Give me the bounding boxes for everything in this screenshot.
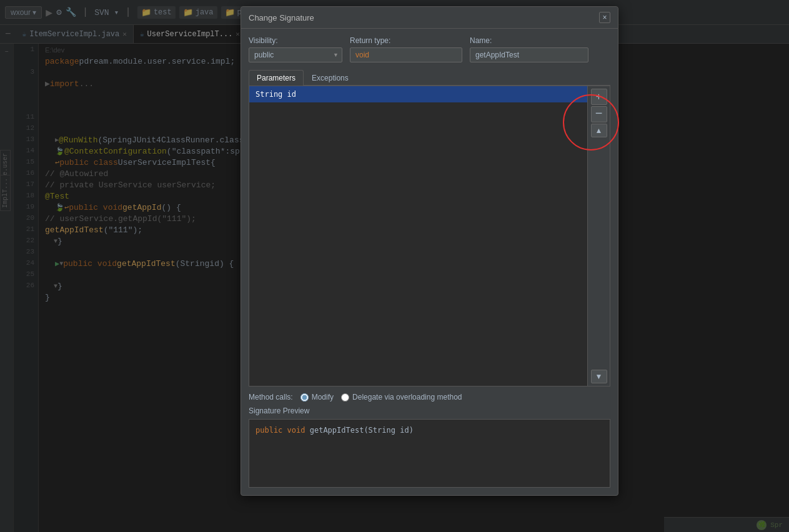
tab-parameters[interactable]: Parameters <box>249 70 304 86</box>
params-area: String id + − ▲ ▼ <box>249 86 610 387</box>
visibility-select[interactable]: public protected private <box>249 47 342 62</box>
dialog-titlebar: Change Signature × <box>241 7 618 29</box>
dialog-body: Visibility: public protected private Ret… <box>241 29 618 495</box>
signature-preview-box: public void getAppIdTest(String id) <box>249 419 610 488</box>
signature-preview-text: getAppIdTest(String id) <box>310 426 414 435</box>
change-signature-dialog: Change Signature × Visibility: public pr… <box>241 6 618 496</box>
name-input[interactable] <box>470 47 588 62</box>
params-table: String id <box>249 86 587 386</box>
tab-parameters-label: Parameters <box>257 74 295 82</box>
method-calls-modify-option[interactable]: Modify <box>300 393 334 401</box>
dialog-close-button[interactable]: × <box>599 12 610 23</box>
method-calls-modify-label: Modify <box>312 393 334 401</box>
remove-param-button[interactable]: − <box>591 106 607 122</box>
params-controls: + − ▲ ▼ <box>587 86 610 386</box>
move-up-button[interactable]: ▲ <box>591 124 607 137</box>
method-calls-delegate-radio[interactable] <box>341 393 349 401</box>
dialog-title: Change Signature <box>249 13 314 22</box>
tab-exceptions[interactable]: Exceptions <box>304 70 357 86</box>
method-calls-row: Method calls: Modify Delegate via overlo… <box>249 387 610 406</box>
return-type-group: Return type: <box>350 36 462 62</box>
param-row-0[interactable]: String id <box>249 86 587 102</box>
method-calls-delegate-label: Delegate via overloading method <box>352 393 462 401</box>
visibility-select-wrapper: public protected private <box>249 47 342 62</box>
return-type-label: Return type: <box>350 36 462 45</box>
visibility-label: Visibility: <box>249 36 342 45</box>
signature-preview-label: Signature Preview <box>249 406 610 415</box>
name-group: Name: <box>470 36 588 62</box>
method-calls-delegate-option[interactable]: Delegate via overloading method <box>341 393 462 401</box>
tab-exceptions-label: Exceptions <box>312 74 349 82</box>
form-top-row: Visibility: public protected private Ret… <box>249 36 610 62</box>
return-type-input[interactable] <box>350 47 462 62</box>
method-calls-label: Method calls: <box>249 393 293 401</box>
method-calls-modify-radio[interactable] <box>300 393 309 401</box>
panel-tabs: Parameters Exceptions <box>249 70 610 86</box>
param-value-0: String id <box>256 90 296 99</box>
name-label: Name: <box>470 36 588 45</box>
add-param-button[interactable]: + <box>591 89 607 105</box>
move-down-button[interactable]: ▼ <box>591 370 607 383</box>
visibility-group: Visibility: public protected private <box>249 36 342 62</box>
